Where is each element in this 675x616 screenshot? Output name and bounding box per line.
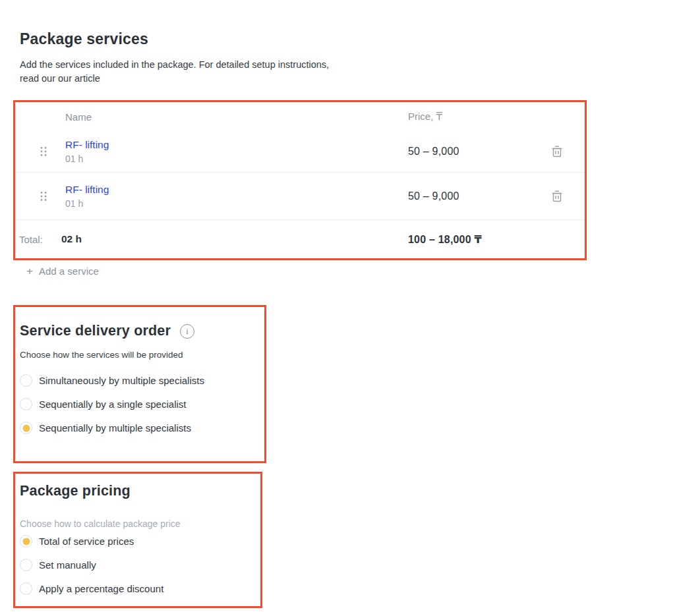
highlight-box-package-pricing: Package pricing Choose how to calculate … bbox=[13, 472, 262, 608]
info-icon[interactable]: i bbox=[180, 324, 194, 339]
radio-option-sequentially-multiple[interactable]: Sequentially by multiple specialists bbox=[20, 422, 258, 434]
delete-service-button[interactable] bbox=[549, 188, 565, 204]
table-row: RF- lifting 01 h 50 – 9,000 bbox=[15, 173, 585, 220]
page-subtitle: Add the services included in the package… bbox=[20, 58, 330, 86]
table-total-row: Total: 02 h 100 – 18,000 ₸ bbox=[15, 220, 585, 258]
radio-label: Simultaneously by multiple specialists bbox=[39, 375, 204, 386]
package-pricing-subtitle: Choose how to calculate package price bbox=[20, 518, 181, 529]
radio-label: Sequentially by a single specialist bbox=[39, 399, 186, 410]
package-pricing-section: Package pricing Choose how to calculate … bbox=[15, 474, 260, 606]
highlight-box-services-table: Name Price, ₸ RF- lifting 01 h 50 – 9,00… bbox=[13, 100, 587, 260]
total-duration: 02 h bbox=[61, 233, 82, 245]
highlight-box-delivery-order: Service delivery order i Choose how the … bbox=[13, 305, 266, 463]
radio-option-total-of-service-prices[interactable]: Total of service prices bbox=[20, 535, 254, 547]
service-name-link[interactable]: RF- lifting bbox=[65, 139, 109, 151]
service-price: 50 – 9,000 bbox=[408, 190, 459, 202]
radio-option-sequentially-single[interactable]: Sequentially by a single specialist bbox=[20, 398, 258, 410]
page-title: Package services bbox=[20, 30, 148, 48]
total-price: 100 – 18,000 ₸ bbox=[408, 233, 482, 245]
radio-option-apply-percentage-discount[interactable]: Apply a percentage discount bbox=[20, 582, 254, 595]
table-row: RF- lifting 01 h 50 – 9,000 bbox=[15, 131, 585, 173]
trash-icon bbox=[552, 190, 562, 202]
radio-option-simultaneously-multiple[interactable]: Simultaneously by multiple specialists bbox=[20, 374, 258, 387]
drag-handle-icon[interactable] bbox=[40, 191, 47, 202]
delivery-order-radio-group: Simultaneously by multiple specialists S… bbox=[20, 374, 258, 434]
radio-icon[interactable] bbox=[20, 398, 32, 410]
radio-icon[interactable] bbox=[20, 535, 32, 547]
radio-label: Set manually bbox=[39, 559, 96, 571]
column-header-name: Name bbox=[65, 111, 92, 123]
radio-icon[interactable] bbox=[20, 582, 32, 595]
radio-icon[interactable] bbox=[20, 559, 32, 571]
service-duration: 01 h bbox=[65, 198, 109, 209]
radio-label: Total of service prices bbox=[39, 536, 134, 547]
drag-handle-icon[interactable] bbox=[40, 146, 47, 157]
service-cell: RF- lifting 01 h bbox=[65, 184, 109, 209]
add-service-button[interactable]: + Add a service bbox=[26, 266, 99, 277]
total-label: Total: bbox=[19, 233, 43, 244]
delete-service-button[interactable] bbox=[549, 144, 565, 159]
service-price: 50 – 9,000 bbox=[408, 146, 459, 157]
delivery-order-subtitle: Choose how the services will be provided bbox=[20, 350, 183, 360]
delivery-order-section: Service delivery order i Choose how the … bbox=[15, 307, 264, 461]
trash-icon bbox=[552, 146, 562, 157]
package-pricing-radio-group: Total of service prices Set manually App… bbox=[20, 535, 254, 595]
add-service-label: Add a service bbox=[39, 266, 99, 277]
service-cell: RF- lifting 01 h bbox=[65, 139, 109, 164]
service-duration: 01 h bbox=[65, 154, 109, 164]
table-header-row: Name Price, ₸ bbox=[15, 102, 585, 131]
plus-icon: + bbox=[26, 266, 33, 277]
services-table: Name Price, ₸ RF- lifting 01 h 50 – 9,00… bbox=[15, 102, 585, 258]
delivery-order-title: Service delivery order bbox=[20, 323, 171, 339]
radio-option-set-manually[interactable]: Set manually bbox=[20, 559, 254, 571]
radio-icon[interactable] bbox=[20, 422, 32, 434]
column-header-price: Price, ₸ bbox=[408, 111, 442, 123]
radio-label: Apply a percentage discount bbox=[39, 583, 163, 594]
service-name-link[interactable]: RF- lifting bbox=[65, 184, 109, 196]
radio-label: Sequentially by multiple specialists bbox=[39, 422, 191, 434]
radio-icon[interactable] bbox=[20, 374, 32, 387]
package-pricing-title: Package pricing bbox=[20, 483, 131, 499]
